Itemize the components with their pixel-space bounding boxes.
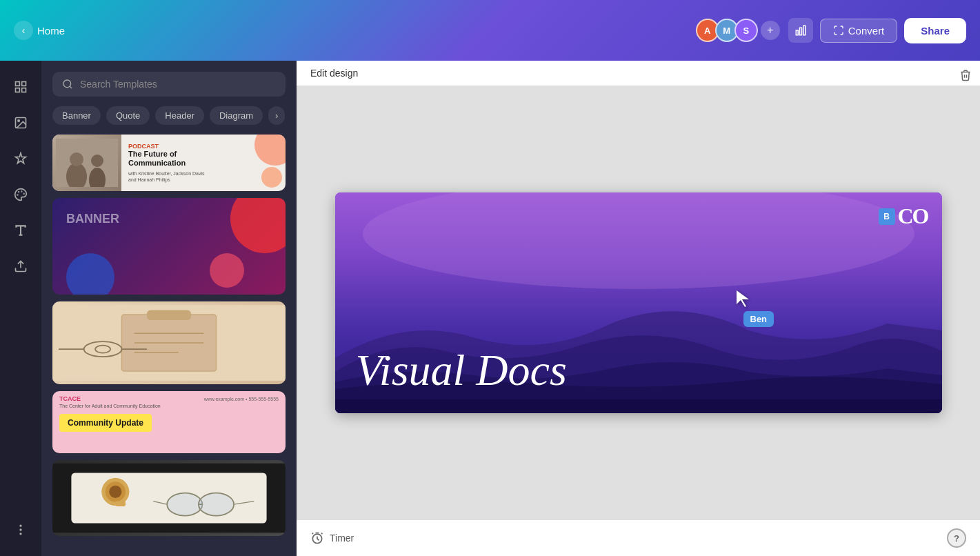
svg-point-15 <box>20 533 21 535</box>
edit-design-button[interactable]: Edit design <box>310 68 358 79</box>
template-card-3[interactable] <box>52 301 286 384</box>
svg-point-12 <box>17 195 18 195</box>
card-2-circle2 <box>66 253 114 295</box>
logo-b-badge: B <box>879 208 895 225</box>
card-1-photo <box>52 135 121 191</box>
search-icon <box>62 79 73 90</box>
bottom-bar: Timer ? <box>297 519 980 556</box>
convert-button[interactable]: Convert <box>820 19 898 43</box>
sidebar-icons <box>0 61 41 556</box>
canvas[interactable]: B CO Visual Docs Ben <box>335 192 942 413</box>
svg-point-13 <box>20 525 21 526</box>
card-2-text: BANNER <box>66 212 119 226</box>
sidebar-item-upload[interactable] <box>6 251 36 281</box>
card-4-community-tag: Community Update <box>59 414 152 432</box>
timer-icon <box>310 531 324 545</box>
edit-design-bar: Edit design <box>297 61 980 86</box>
sidebar-item-elements[interactable] <box>6 143 36 174</box>
home-button[interactable]: ‹ Home <box>14 21 65 40</box>
svg-point-39 <box>167 493 202 516</box>
edit-design-label: Edit design <box>310 68 358 79</box>
svg-point-40 <box>199 493 234 516</box>
svg-point-14 <box>20 529 21 530</box>
convert-label: Convert <box>848 25 885 37</box>
card-3-image <box>52 301 286 384</box>
sidebar-item-image[interactable] <box>6 108 36 138</box>
topbar: ‹ Home A M S + Convert Share <box>0 0 980 61</box>
elements-icon <box>14 152 28 166</box>
delete-button[interactable] <box>959 69 972 84</box>
filter-diagram[interactable]: Diagram <box>210 106 263 125</box>
search-input[interactable] <box>80 79 276 90</box>
filter-more[interactable]: › <box>268 106 285 125</box>
svg-rect-0 <box>796 30 798 35</box>
svg-point-9 <box>21 191 22 192</box>
card-4-header: TCACE www.example.com • 555-555-5555 <box>52 391 286 404</box>
home-label: Home <box>37 25 65 37</box>
sidebar-item-text[interactable] <box>6 215 36 246</box>
analytics-icon <box>794 24 807 37</box>
template-card-5[interactable] <box>52 460 286 536</box>
svg-rect-6 <box>22 88 26 92</box>
upload-icon <box>14 259 28 273</box>
canvas-container: B CO Visual Docs Ben <box>297 86 980 519</box>
template-card-4[interactable]: TCACE www.example.com • 555-555-5555 The… <box>52 391 286 453</box>
image-icon <box>14 116 28 130</box>
trash-icon <box>959 69 972 81</box>
svg-rect-34 <box>71 473 266 523</box>
card-4-org-name: TCACE <box>59 395 81 402</box>
grid-icon <box>14 80 28 94</box>
help-icon: ? <box>954 533 959 544</box>
svg-rect-2 <box>803 26 806 35</box>
cursor-area: Ben <box>735 289 774 327</box>
help-button[interactable]: ? <box>947 528 966 548</box>
filter-tags: Banner Quote Header Diagram › <box>52 106 286 125</box>
svg-point-8 <box>18 120 19 122</box>
filter-header[interactable]: Header <box>155 106 204 125</box>
svg-point-10 <box>23 193 24 194</box>
cursor-icon <box>735 289 750 308</box>
card-1-circle-deco <box>261 167 282 188</box>
templates-panel: Banner Quote Header Diagram › PODCAST Th… <box>41 61 297 556</box>
card-4-tagline: The Center for Adult and Community Educa… <box>52 404 286 411</box>
canvas-area: Edit design <box>297 61 980 556</box>
text-icon <box>14 224 28 237</box>
card-4-contact: www.example.com • 555-555-5555 <box>204 397 279 401</box>
svg-point-11 <box>19 192 19 192</box>
svg-rect-1 <box>799 28 801 35</box>
card-2-circle1 <box>230 198 286 253</box>
template-card-1[interactable]: PODCAST The Future ofCommunication with … <box>52 135 286 191</box>
svg-point-16 <box>63 80 71 88</box>
sidebar-item-more[interactable] <box>6 515 36 545</box>
filter-banner[interactable]: Banner <box>52 106 101 125</box>
svg-point-37 <box>109 486 121 498</box>
share-label: Share <box>921 25 950 37</box>
paint-icon <box>14 188 28 201</box>
svg-rect-46 <box>335 399 942 413</box>
collaborators-avatars: A M S + <box>696 19 780 42</box>
card-5-image <box>52 460 286 536</box>
svg-rect-4 <box>22 82 26 86</box>
filter-quote[interactable]: Quote <box>106 106 150 125</box>
more-icon <box>14 523 28 537</box>
canvas-logo: B CO <box>879 203 928 229</box>
svg-rect-25 <box>147 310 191 320</box>
canvas-title: Visual Docs <box>356 348 567 393</box>
sidebar-item-paint[interactable] <box>6 179 36 210</box>
card-2-circle3 <box>210 253 244 288</box>
timer-button[interactable]: Timer <box>310 531 354 545</box>
back-icon: ‹ <box>14 21 33 40</box>
logo-co-text: CO <box>898 203 928 229</box>
svg-rect-5 <box>16 88 20 92</box>
avatar-3[interactable]: S <box>734 19 758 42</box>
analytics-button[interactable] <box>788 18 813 43</box>
share-button[interactable]: Share <box>904 18 966 43</box>
cursor-user-tooltip: Ben <box>743 311 774 327</box>
convert-icon <box>833 25 844 36</box>
template-card-2[interactable]: BANNER <box>52 198 286 295</box>
add-collaborator-button[interactable]: + <box>761 21 780 40</box>
search-box <box>52 72 286 97</box>
svg-rect-38 <box>115 502 126 506</box>
sidebar-item-grid[interactable] <box>6 72 36 102</box>
timer-label: Timer <box>330 533 354 544</box>
